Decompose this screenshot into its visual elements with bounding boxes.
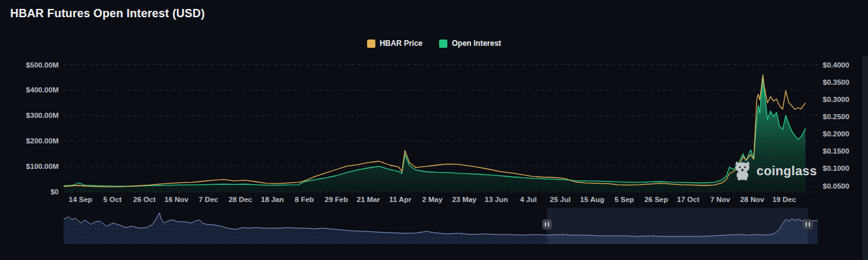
y-axis-right-label: $0.2000 (823, 130, 850, 138)
x-axis-label: 28 Dec (229, 196, 253, 203)
x-axis: 14 Sep5 Oct26 Oct16 Nov7 Dec28 Dec18 Jan… (69, 196, 797, 203)
x-axis-label: 11 Apr (389, 196, 412, 203)
x-axis-label: 21 Mar (357, 196, 380, 203)
x-axis-label: 7 Dec (199, 196, 219, 203)
x-axis-label: 13 Jun (485, 196, 508, 203)
y-axis-right-label: $0.3000 (823, 96, 850, 103)
x-axis-label: 17 Oct (677, 196, 699, 203)
x-axis-label: 14 Sep (69, 196, 92, 203)
y-axis-right-label: $0.2500 (823, 113, 850, 120)
x-axis-label: 25 Jul (550, 196, 571, 203)
x-axis-label: 28 Nov (740, 196, 764, 203)
navigator (64, 208, 818, 244)
y-axis-left-label: $100.00M (26, 162, 59, 170)
y-axis-left-label: $500.00M (26, 61, 59, 69)
x-axis-label: 18 Jan (261, 196, 284, 203)
y-axis-left-label: $400.00M (26, 86, 59, 94)
y-axis-left-label: $300.00M (26, 112, 59, 119)
legend-label: HBAR Price (380, 39, 423, 48)
x-axis-label: 26 Oct (133, 196, 156, 203)
x-axis-label: 2 May (422, 196, 443, 203)
y-axis-right-label: $0.1000 (823, 164, 850, 172)
y-axis-right-label: $0.4000 (823, 61, 850, 69)
watermark-label: coinglass (756, 164, 817, 178)
x-axis-label: 16 Nov (164, 196, 189, 203)
y-axis-right-label: $0.0500 (823, 182, 850, 190)
chart-plot-area[interactable] (64, 61, 818, 192)
hbar-price-swatch-icon (367, 40, 375, 48)
y-axis-left-label: $0 (50, 188, 59, 196)
x-axis-label: 23 May (452, 196, 477, 203)
y-axis-right-label: $0.3500 (823, 78, 850, 86)
legend-label: Open Interest (452, 39, 501, 48)
y-axis-right-label: $0.1500 (823, 147, 850, 155)
x-axis-label: 8 Feb (295, 196, 314, 203)
chart-legend: HBAR Price Open Interest (0, 39, 868, 48)
y-axis-left: $500.00M$400.00M$300.00M$200.00M$100.00M… (26, 61, 59, 196)
x-axis-label: 5 Sep (614, 196, 634, 203)
x-axis-label: 26 Sep (644, 196, 668, 203)
x-axis-label: 4 Jul (520, 196, 537, 203)
x-axis-label: 15 Aug (580, 196, 604, 203)
navigator-track[interactable] (64, 208, 818, 244)
coinglass-bear-icon (733, 161, 752, 180)
x-axis-label: 7 Nov (710, 196, 730, 203)
y-axis-left-label: $200.00M (26, 137, 59, 145)
x-axis-label: 19 Dec (772, 196, 797, 203)
x-axis-label: 5 Oct (103, 196, 122, 203)
x-axis-label: 29 Feb (325, 196, 348, 203)
chart-page: HBAR Futures Open Interest (USD) HBAR Pr… (0, 0, 868, 260)
navigator-handle-left[interactable] (542, 219, 552, 229)
coinglass-watermark: coinglass (733, 161, 817, 180)
navigator-handle-right[interactable] (803, 219, 813, 229)
legend-item-hbar-price[interactable]: HBAR Price (367, 39, 423, 48)
legend-item-open-interest[interactable]: Open Interest (439, 39, 501, 48)
open-interest-swatch-icon (439, 40, 447, 48)
y-axis-right: $0.4000$0.3500$0.3000$0.2500$0.2000$0.15… (823, 61, 850, 190)
